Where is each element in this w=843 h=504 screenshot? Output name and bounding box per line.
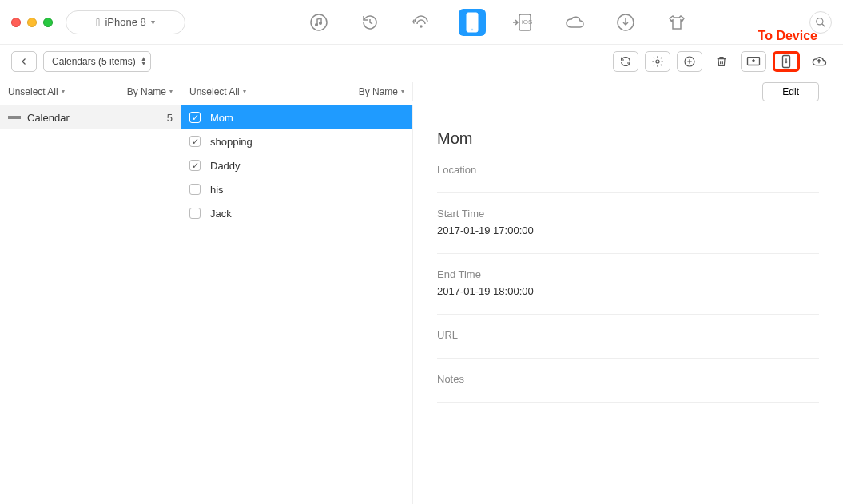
svg-point-3 bbox=[420, 26, 422, 27]
event-row[interactable]: his bbox=[181, 177, 412, 201]
event-list-column: Mom shopping Daddy his Jack bbox=[181, 105, 412, 504]
close-window-button[interactable] bbox=[11, 18, 21, 27]
to-computer-button[interactable] bbox=[741, 51, 766, 72]
svg-point-10 bbox=[817, 18, 823, 24]
phone-category-icon[interactable] bbox=[459, 9, 486, 36]
dropdown-icon: ▾ bbox=[401, 88, 404, 95]
start-time-value: 2017-01-19 17:00:00 bbox=[437, 224, 819, 236]
url-label: URL bbox=[437, 329, 819, 341]
svg-text:iOS: iOS bbox=[522, 18, 532, 26]
device-selector[interactable]:  iPhone 8 ▾ bbox=[66, 10, 185, 34]
to-device-button[interactable] bbox=[773, 51, 800, 72]
event-label: shopping bbox=[210, 136, 253, 148]
music-category-icon[interactable] bbox=[305, 9, 332, 36]
checkbox[interactable] bbox=[189, 208, 201, 219]
breadcrumb-dropdown[interactable]: Calendars (5 items) ▲▼ bbox=[43, 51, 151, 72]
settings-button[interactable] bbox=[645, 51, 670, 72]
notes-value bbox=[437, 388, 819, 403]
calendar-label: Calendar bbox=[27, 112, 70, 124]
cloud-category-icon[interactable] bbox=[561, 9, 588, 36]
svg-point-5 bbox=[471, 28, 472, 30]
left-select-toggle[interactable]: Unselect All▾ bbox=[8, 86, 65, 97]
calendar-list-column: Calendar 5 bbox=[0, 105, 181, 504]
start-time-label: Start Time bbox=[437, 208, 819, 220]
download-category-icon[interactable] bbox=[612, 9, 639, 36]
delete-button[interactable] bbox=[709, 51, 734, 72]
refresh-button[interactable] bbox=[613, 51, 638, 72]
calendar-row[interactable]: Calendar 5 bbox=[0, 105, 181, 129]
event-row[interactable]: Mom bbox=[181, 105, 412, 129]
checkbox[interactable] bbox=[189, 112, 201, 123]
calendar-count: 5 bbox=[167, 112, 173, 124]
top-toolbar:  iPhone 8 ▾ iOS To Device bbox=[0, 0, 843, 45]
apple-logo-icon:  bbox=[96, 16, 100, 29]
category-toolbar: iOS bbox=[185, 9, 809, 36]
chevron-down-icon: ▾ bbox=[151, 18, 155, 26]
search-button[interactable] bbox=[809, 11, 832, 34]
detail-title: Mom bbox=[437, 129, 819, 148]
location-label: Location bbox=[437, 164, 819, 176]
column-headers: Unselect All▾ By Name▾ Unselect All▾ By … bbox=[0, 78, 843, 105]
mid-select-toggle[interactable]: Unselect All▾ bbox=[189, 86, 246, 97]
end-time-value: 2017-01-19 18:00:00 bbox=[437, 285, 819, 297]
device-name: iPhone 8 bbox=[105, 16, 145, 28]
event-label: Mom bbox=[210, 112, 233, 124]
mixed-check-icon[interactable] bbox=[8, 116, 21, 119]
to-cloud-button[interactable] bbox=[806, 51, 832, 72]
dropdown-icon: ▾ bbox=[169, 88, 173, 95]
svg-point-1 bbox=[315, 23, 317, 26]
location-value bbox=[437, 179, 819, 193]
sort-arrows-icon: ▲▼ bbox=[141, 57, 147, 66]
event-row[interactable]: shopping bbox=[181, 129, 412, 153]
left-sort-toggle[interactable]: By Name▾ bbox=[127, 86, 173, 97]
history-category-icon[interactable] bbox=[356, 9, 384, 36]
checkbox[interactable] bbox=[189, 136, 201, 147]
add-button[interactable] bbox=[677, 51, 702, 72]
end-time-label: End Time bbox=[437, 268, 819, 280]
back-button[interactable] bbox=[11, 51, 37, 72]
mid-sort-toggle[interactable]: By Name▾ bbox=[359, 86, 404, 97]
breadcrumb-label: Calendars (5 items) bbox=[52, 56, 136, 67]
to-ios-icon[interactable]: iOS bbox=[510, 9, 537, 36]
event-label: his bbox=[210, 184, 224, 196]
window-controls bbox=[11, 18, 53, 27]
svg-rect-6 bbox=[469, 14, 475, 15]
svg-point-0 bbox=[311, 14, 327, 30]
tshirt-category-icon[interactable] bbox=[663, 9, 690, 36]
minimize-window-button[interactable] bbox=[27, 18, 37, 27]
url-value bbox=[437, 344, 819, 359]
svg-point-2 bbox=[319, 22, 321, 24]
event-label: Jack bbox=[210, 208, 232, 220]
dropdown-icon: ▾ bbox=[62, 88, 65, 95]
action-toolbar: Calendars (5 items) ▲▼ bbox=[0, 45, 843, 78]
svg-point-11 bbox=[656, 60, 659, 63]
detail-panel: Mom Location Start Time 2017-01-19 17:00… bbox=[412, 105, 843, 504]
edit-button[interactable]: Edit bbox=[762, 82, 819, 101]
wifi-transfer-icon[interactable] bbox=[408, 9, 435, 36]
dropdown-icon: ▾ bbox=[243, 88, 246, 95]
checkbox[interactable] bbox=[189, 160, 201, 171]
event-row[interactable]: Daddy bbox=[181, 153, 412, 177]
content-body: Calendar 5 Mom shopping Daddy his Jack M… bbox=[0, 105, 843, 504]
maximize-window-button[interactable] bbox=[43, 18, 53, 27]
event-label: Daddy bbox=[210, 160, 241, 172]
event-row[interactable]: Jack bbox=[181, 201, 412, 225]
checkbox[interactable] bbox=[189, 184, 201, 195]
notes-label: Notes bbox=[437, 373, 819, 385]
